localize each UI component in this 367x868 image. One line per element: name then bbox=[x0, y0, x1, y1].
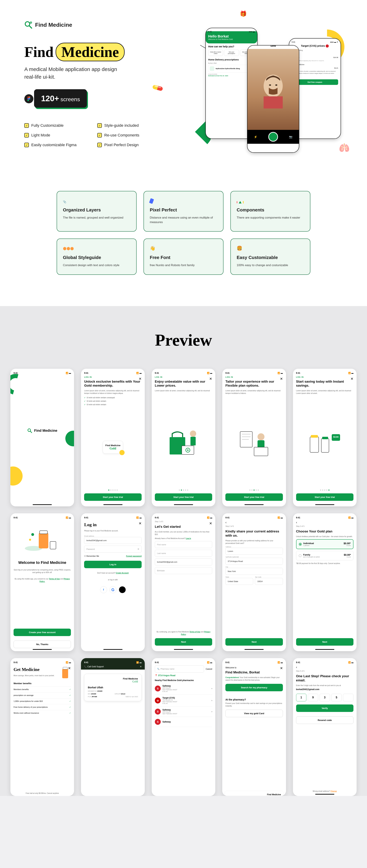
search-pharmacy-button[interactable]: Search for my pharmacy bbox=[225, 684, 283, 691]
screen-pharmacy-search: 9:41📶 ▬ 🔍 Pharmacy name Cancel 📍 3714 An… bbox=[152, 658, 215, 796]
state-field[interactable]: United State bbox=[225, 578, 253, 585]
feature-list: ✓Fully Customizable ✓Style-guide include… bbox=[24, 123, 157, 147]
svg-rect-26 bbox=[254, 447, 268, 456]
view-gold-card-button[interactable]: View my gold Card bbox=[225, 710, 283, 717]
feature-cards: 📎 Organized LayersThe file is named, gro… bbox=[36, 184, 331, 306]
card-customizable: 🍔 Easy Customizable100% easy to change a… bbox=[230, 239, 310, 275]
resend-button[interactable]: Resend code bbox=[296, 716, 354, 724]
email-field[interactable]: borkat2042@gmail.com bbox=[155, 558, 212, 565]
back-icon[interactable]: ‹ bbox=[296, 665, 354, 669]
pharmacy-item[interactable]: ◎Target (CVS)789 Mission StSan Francisco… bbox=[155, 694, 212, 707]
hero: Find Medicine Find Medicine A medical Mo… bbox=[24, 21, 343, 184]
card-pixel-perfect: Pixel PerfectDistance and measure using … bbox=[144, 191, 223, 231]
svg-point-5 bbox=[27, 98, 29, 99]
cancel-button[interactable]: Cancel bbox=[206, 668, 212, 670]
apple-login[interactable] bbox=[119, 586, 126, 593]
pharmacy-item[interactable]: SSafeway298 King StSan Francisco 94107› bbox=[155, 707, 212, 717]
svg-point-37 bbox=[29, 539, 31, 541]
welcome-illustration bbox=[13, 522, 71, 557]
birthdate-field[interactable]: Birthdate bbox=[155, 567, 212, 574]
next-button[interactable]: Next bbox=[296, 638, 354, 646]
login-button[interactable]: Log in bbox=[84, 561, 141, 568]
svg-point-7 bbox=[27, 100, 29, 101]
shutter-button[interactable] bbox=[268, 132, 278, 142]
pharmacy-item[interactable]: SSafeway298 King StSan Francisco 941070.… bbox=[155, 683, 212, 694]
check-icon: ✓ bbox=[24, 123, 29, 128]
start-trial-button[interactable]: Start your free trial bbox=[296, 493, 354, 501]
close-icon[interactable]: ✕ bbox=[139, 521, 142, 526]
close-icon[interactable]: ✕ bbox=[209, 521, 212, 526]
camera-switch-icon: 📷 bbox=[289, 135, 292, 138]
splash-logo: Find Medicine bbox=[27, 428, 57, 433]
change-email-link[interactable]: Change bbox=[331, 790, 337, 792]
terms-link[interactable]: Terms of Use bbox=[49, 578, 60, 580]
check-icon: ✓ bbox=[97, 133, 102, 137]
verify-button[interactable]: Verify bbox=[296, 705, 354, 712]
close-icon[interactable]: ✕ bbox=[209, 377, 212, 381]
svg-point-6 bbox=[29, 98, 30, 99]
check-icon: ✓ bbox=[24, 133, 29, 137]
screen-onboarding-3: 9:41📶 ▬ LOG IN✕ Tailor your experience w… bbox=[222, 369, 286, 506]
first-name-field[interactable]: First name bbox=[155, 541, 212, 548]
savings-illustration: $3.84 bbox=[296, 398, 354, 486]
pharmacy-item[interactable]: SSafeway bbox=[155, 717, 212, 727]
close-icon[interactable]: ✕ bbox=[350, 377, 354, 381]
next-button[interactable]: Next bbox=[225, 638, 283, 646]
screen-onboarding-4: 9:41📶 ▬ LOG IN✕ Start saving today with … bbox=[293, 369, 357, 506]
eraser-icon bbox=[150, 198, 157, 204]
card-peek: Find Medicine bbox=[225, 791, 283, 796]
start-trial-button[interactable]: Start your free trial bbox=[225, 493, 283, 501]
location-pin[interactable]: 📍 3714 Angus Road bbox=[155, 674, 212, 677]
magnifier-plus-icon bbox=[24, 21, 32, 29]
screens-counter: 120+ screens bbox=[34, 89, 87, 107]
burger-icon: 🍔 bbox=[237, 246, 244, 251]
close-icon[interactable]: ✕ bbox=[140, 665, 142, 668]
card-styleguide: ⬢⬢⬢ Global StyleguideConsistent design w… bbox=[57, 239, 137, 275]
google-login[interactable] bbox=[110, 586, 116, 593]
next-button[interactable]: Next bbox=[155, 638, 212, 646]
facebook-login[interactable]: f bbox=[100, 586, 107, 593]
email-field[interactable]: borkat2042@gmail.com bbox=[84, 537, 141, 544]
screen-splash: 9:41📶 ▬ Find Medicine bbox=[10, 369, 74, 506]
otp-input[interactable]: 1935 bbox=[296, 694, 354, 701]
screen-gold-card: 9:41📶 ▬ 📞 Call Gold Support✕ Find Medici… bbox=[81, 658, 145, 796]
login-link[interactable]: Log in bbox=[186, 537, 191, 539]
close-icon[interactable]: ✕ bbox=[139, 377, 142, 381]
apt-field[interactable]: 3714 Angus Road bbox=[225, 558, 283, 565]
remember-checkbox[interactable]: ☐ Remember Me bbox=[84, 555, 99, 557]
no-thanks-button[interactable]: No, Thanks bbox=[13, 641, 71, 648]
password-field[interactable]: Password👁 bbox=[84, 546, 141, 553]
close-icon[interactable]: ✕ bbox=[280, 377, 283, 381]
svg-rect-28 bbox=[311, 435, 318, 438]
back-icon[interactable]: ‹ bbox=[296, 521, 354, 524]
create-account-button[interactable]: Create your free account bbox=[13, 629, 71, 636]
preview-heading: Preview bbox=[10, 330, 357, 350]
start-trial-button[interactable]: Start your free trial bbox=[84, 493, 141, 501]
close-icon[interactable]: ✕ bbox=[280, 666, 283, 670]
close-icon[interactable]: ✕ bbox=[68, 666, 71, 670]
start-trial-button[interactable]: Start your free trial bbox=[155, 493, 212, 501]
chevron-right-icon: › bbox=[211, 710, 212, 713]
card-components: ComponentsThere are supporting component… bbox=[230, 191, 310, 231]
address-field[interactable]: Lorem bbox=[225, 548, 283, 555]
pharmacy-search-input[interactable]: 🔍 Pharmacy name bbox=[155, 665, 204, 673]
plan-family[interactable]: Familyup to 6 people (or pets!) $0.00*/m… bbox=[296, 551, 354, 560]
zip-field[interactable]: 10014 bbox=[255, 578, 283, 585]
welcome-title: Welcome to Find Medicine bbox=[13, 560, 71, 565]
preview-section: Preview 9:41📶 ▬ Find Medicine 9:41📶 ▬ LO… bbox=[0, 306, 367, 796]
wave-hand-icon: 👋 bbox=[150, 246, 157, 251]
svg-rect-39 bbox=[62, 669, 68, 678]
eye-icon[interactable]: 👁 bbox=[137, 548, 139, 550]
svg-point-36 bbox=[31, 533, 34, 536]
feature-item: ✓Easily customizable Figma bbox=[24, 143, 83, 147]
plan-individual[interactable]: Individual1 person $0.00*/month bbox=[296, 539, 354, 549]
create-account-link[interactable]: Create Account bbox=[116, 572, 129, 574]
feature-item: ✓Light Mode bbox=[24, 133, 83, 137]
city-field[interactable]: New York bbox=[225, 568, 283, 575]
back-icon[interactable]: ‹ bbox=[225, 521, 283, 524]
last-name-field[interactable]: Last name bbox=[155, 550, 212, 557]
screen-onboarding-2: 9:41📶 ▬ LOG IN✕ Enjoy unbeatable value w… bbox=[152, 369, 215, 506]
terms-link[interactable]: Terms of Use bbox=[190, 631, 200, 633]
feature-item: ✓Style-guide included bbox=[97, 123, 157, 128]
forgot-password-link[interactable]: Forgot password bbox=[126, 555, 142, 557]
